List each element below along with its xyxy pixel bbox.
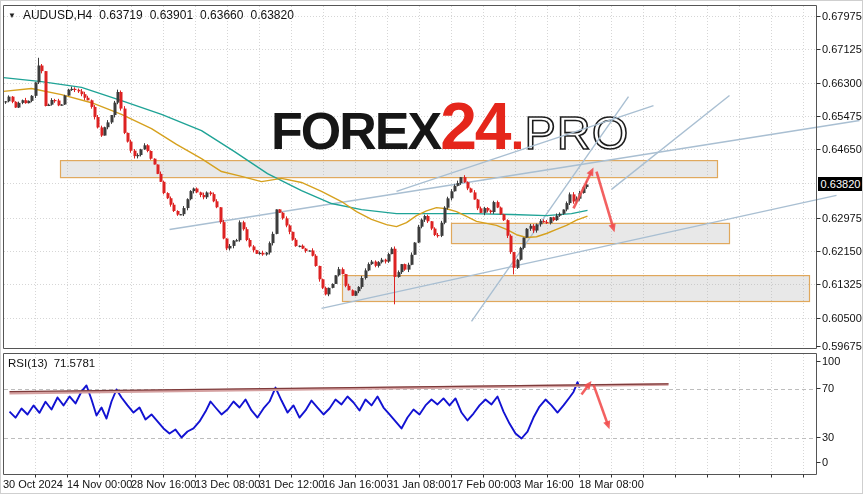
time-tick-label: 31 Dec 12:00	[259, 478, 324, 490]
time-tick-label: 28 Nov 16:00	[131, 478, 196, 490]
price-tick-label: 0.59675	[822, 340, 862, 352]
time-tick-label: 16 Jan 16:00	[323, 478, 387, 490]
time-tick-label: 3 Mar 16:00	[515, 478, 574, 490]
price-tick-label: 0.60500	[822, 312, 862, 324]
rsi-tick-label: 0	[822, 456, 828, 468]
time-tick-label: 17 Feb 00:00	[451, 478, 516, 490]
time-tick-label: 13 Dec 08:00	[195, 478, 260, 490]
time-tick-label: 31 Jan 08:00	[387, 478, 451, 490]
price-tick-label: 0.66300	[822, 77, 862, 89]
price-tick-label: 0.62975	[822, 212, 862, 224]
price-tick-label: 0.62150	[822, 245, 862, 257]
price-tick-label: 0.65475	[822, 110, 862, 122]
rsi-tick-label: 70	[822, 382, 834, 394]
chart-area[interactable]	[1, 1, 863, 494]
price-tick-label: 0.64650	[822, 143, 862, 155]
price-tick-label: 0.67125	[822, 43, 862, 55]
chart-window: FOREX24.PRO ▼ AUDUSD,H4 0.63719 0.63901 …	[0, 0, 863, 494]
rsi-tick-label: 100	[822, 355, 840, 367]
time-tick-label: 30 Oct 2024	[3, 478, 63, 490]
price-tick-label: 0.61325	[822, 278, 862, 290]
time-tick-label: 18 Mar 08:00	[579, 478, 644, 490]
time-tick-label: 14 Nov 00:00	[67, 478, 132, 490]
rsi-tick-label: 30	[822, 431, 834, 443]
price-tick-label: 0.67975	[822, 10, 862, 22]
